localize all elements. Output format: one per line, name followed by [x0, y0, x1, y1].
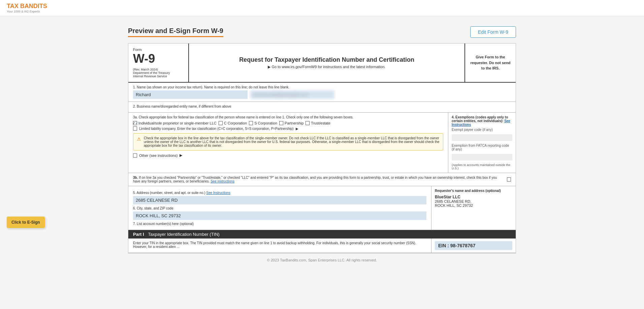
- llc-label: Limited liability company. Enter the tax…: [139, 127, 294, 131]
- logo: TAX BANDITS Your 1099 & W2 Experts: [7, 3, 47, 13]
- esign-button[interactable]: Click to E-Sign: [7, 217, 45, 228]
- checkbox-c-corp-box[interactable]: [219, 121, 223, 125]
- requester-name: BlueStar LLC: [435, 195, 512, 199]
- checkbox-trust-box[interactable]: [305, 121, 310, 125]
- line3b-section: 3b. If on line 3a you checked "Partnersh…: [128, 173, 516, 186]
- w9-subtitle: ▶ Go to www.irs.gov/FormW9 for instructi…: [268, 65, 385, 69]
- form-label: Form: [133, 48, 184, 52]
- form-container: Form W-9 (Rev. March 2024) Department of…: [128, 43, 516, 253]
- line2-section: 2. Business name/disregarded entity name…: [128, 102, 516, 113]
- edit-form-button[interactable]: Edit Form W-9: [470, 26, 516, 38]
- line3b-text: 3b. If on line 3a you checked "Partnersh…: [133, 176, 504, 183]
- other-arrow-icon: ▶: [180, 153, 182, 158]
- checkbox-other-box[interactable]: [133, 153, 137, 158]
- exemptions-title: 4. Exemptions (codes apply only to certa…: [452, 115, 512, 127]
- checkbox-trust[interactable]: Trust/estate: [305, 121, 330, 125]
- address-right: Requester's name and address (optional) …: [431, 186, 516, 230]
- checkbox-individual-label: Individual/sole proprietor or single-mem…: [138, 121, 217, 125]
- fatca-input[interactable]: [452, 154, 512, 161]
- warning-box: ⚠ Check the appropriate box in the line …: [133, 133, 443, 150]
- checkbox-partnership[interactable]: Partnership: [279, 121, 303, 125]
- checkbox-partnership-label: Partnership: [285, 121, 303, 125]
- w9-title: Request for Taxpayer Identification Numb…: [239, 56, 414, 63]
- exemptions-title-text: 4. Exemptions (codes apply only to certa…: [452, 115, 508, 123]
- checkbox-individual[interactable]: ✓ Individual/sole proprietor or single-m…: [133, 121, 217, 125]
- exempt-note: (Applies to accounts maintained outside …: [452, 163, 512, 170]
- line1-label: 1. Name (as shown on your income tax ret…: [133, 85, 511, 89]
- part1-right: EIN : 98-7678767: [431, 238, 516, 253]
- checkbox-row-main: ✓ Individual/sole proprietor or single-m…: [133, 121, 443, 125]
- line3b-link[interactable]: See instructions: [211, 179, 234, 183]
- ein-value: EIN : 98-7678767: [435, 241, 512, 250]
- exemptions-panel: 4. Exemptions (codes apply only to certa…: [448, 113, 516, 173]
- requester-addr1: 2685 CELANESE RD,: [435, 199, 512, 203]
- checkbox-c-corp-label: C Corporation: [224, 121, 247, 125]
- checkbox-partnership-box[interactable]: [279, 121, 283, 125]
- line1-field-row: Richard richard.smith@example.com: [133, 90, 511, 99]
- tax-class-section: 3a. Check appropriate box for federal ta…: [128, 113, 516, 173]
- checkbox-3b-box[interactable]: [507, 177, 511, 181]
- w9-center-header: Request for Taxpayer Identification Numb…: [189, 44, 465, 82]
- page-title: Preview and E-Sign Form W-9: [128, 27, 223, 37]
- address-section: 5. Address (number, street, and apt. or …: [128, 186, 516, 230]
- requester-title: Requester's name and address (optional): [435, 189, 512, 193]
- brand-tagline: Your 1099 & W2 Experts: [7, 10, 47, 13]
- tax-class-main: 3a. Check appropriate box for federal ta…: [128, 113, 448, 173]
- w9-dept2: Internal Revenue Service: [133, 75, 184, 78]
- line5-link[interactable]: See Instructions: [206, 191, 230, 195]
- checkbox-trust-label: Trust/estate: [311, 121, 330, 125]
- part1-title: Taxpayer Identification Number (TIN): [148, 232, 220, 237]
- w9-left-header: Form W-9 (Rev. March 2024) Department of…: [128, 44, 189, 82]
- line6-label: 6. City, state, and ZIP code: [133, 206, 426, 210]
- content-area: Preview and E-Sign Form W-9 Edit Form W-…: [0, 16, 644, 277]
- footer: © 2023 TaxBandits.com, Span Enterprises …: [128, 253, 516, 267]
- part1-body: Enter your TIN in the appropriate box. T…: [128, 238, 516, 253]
- part1-label: Part I: [133, 232, 144, 237]
- page-header: Preview and E-Sign Form W-9 Edit Form W-…: [128, 26, 516, 38]
- checkbox-s-corp-label: S Corporation: [254, 121, 277, 125]
- exempt-payee-input[interactable]: [452, 134, 512, 141]
- brand-name: TAX BANDITS: [7, 3, 47, 10]
- line6-city-input[interactable]: ROCK HILL, SC 29732: [133, 212, 426, 220]
- llc-arrow-icon: ▶: [296, 127, 298, 131]
- page-wrapper: Preview and E-Sign Form W-9 Edit Form W-…: [0, 16, 644, 309]
- line5-address-input[interactable]: 2685 CELANESE RD: [133, 196, 426, 204]
- line1-section: 1. Name (as shown on your income tax ret…: [128, 83, 516, 102]
- other-label: Other (see instructions): [139, 153, 178, 158]
- exempt-payee-label: Exempt payee code (if any): [452, 128, 512, 132]
- form-number: W-9: [133, 52, 184, 66]
- top-bar: TAX BANDITS Your 1099 & W2 Experts: [0, 0, 644, 16]
- w9-header: Form W-9 (Rev. March 2024) Department of…: [128, 44, 516, 83]
- line1-name-input[interactable]: Richard: [133, 90, 248, 99]
- checkbox-individual-box[interactable]: ✓: [133, 121, 137, 125]
- checkbox-s-corp[interactable]: S Corporation: [249, 121, 277, 125]
- llc-row: Limited liability company. Enter the tax…: [133, 127, 443, 131]
- line2-label: 2. Business name/disregarded entity name…: [133, 105, 511, 108]
- line3a-label: 3a. Check appropriate box for federal ta…: [133, 115, 443, 119]
- checkbox-llc-box[interactable]: [133, 127, 137, 131]
- line5-label-text: 5. Address (number, street, and apt. or …: [133, 191, 205, 195]
- w9-dept1: Department of the Treasury: [133, 71, 184, 75]
- line1-email-blurred: richard.smith@example.com: [250, 90, 334, 99]
- line5-label: 5. Address (number, street, and apt. or …: [133, 191, 426, 195]
- fatca-label: Exemption from FATCA reporting code (if …: [452, 144, 512, 151]
- line7-label: 7. List account number(s) here (optional…: [133, 222, 426, 226]
- w9-rev: (Rev. March 2024): [133, 68, 184, 71]
- requester-addr2: ROCK HILL, SC 29732: [435, 203, 512, 207]
- part1-header: Part I Taxpayer Identification Number (T…: [128, 230, 516, 238]
- address-left: 5. Address (number, street, and apt. or …: [128, 186, 431, 230]
- w9-right-header: Give Form to the requester. Do not send …: [465, 44, 516, 82]
- checkbox-s-corp-box[interactable]: [249, 121, 253, 125]
- other-row: Other (see instructions) ▶: [133, 153, 443, 158]
- part1-left: Enter your TIN in the appropriate box. T…: [128, 238, 431, 253]
- part1-body-text: Enter your TIN in the appropriate box. T…: [133, 241, 416, 249]
- checkbox-c-corp[interactable]: C Corporation: [219, 121, 247, 125]
- warning-icon: ⚠: [137, 136, 141, 147]
- warning-text: Check the appropriate box in the line ab…: [144, 136, 440, 147]
